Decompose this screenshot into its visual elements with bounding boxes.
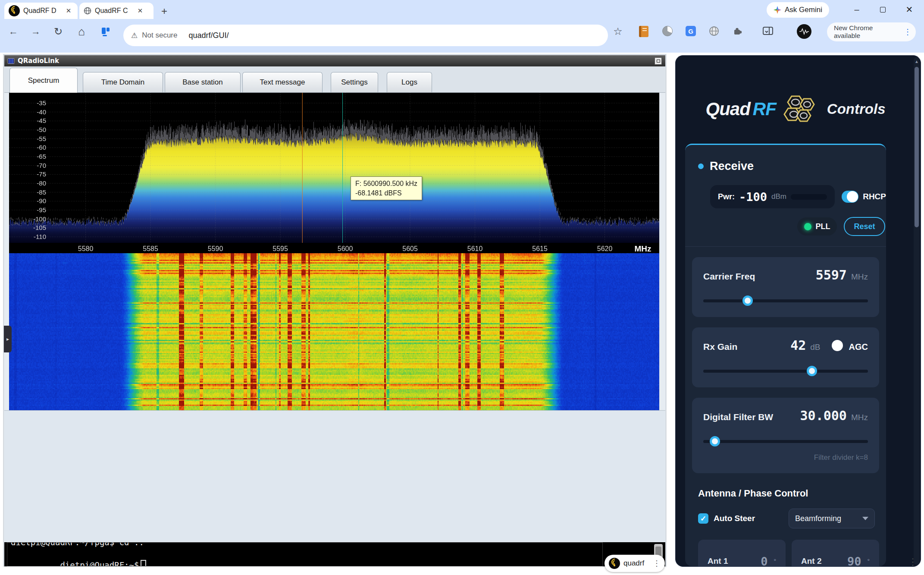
pll-lock-led bbox=[804, 223, 811, 230]
browser-chrome: QuadRF D ✕ QuadRF C ✕ + Ask Gemini – ✕ ←… bbox=[0, 0, 924, 53]
qradiolink-titlebar[interactable]: QRadioLink bbox=[4, 55, 665, 66]
url-text[interactable]: quadrf/GUI/ bbox=[188, 31, 229, 40]
bookmark-star-icon[interactable]: ☆ bbox=[611, 24, 625, 39]
tab-time-domain[interactable]: Time Domain bbox=[83, 72, 163, 92]
reading-list-icon[interactable] bbox=[98, 24, 113, 39]
auto-steer-checkbox[interactable]: ✓ bbox=[698, 513, 708, 524]
slider-thumb[interactable] bbox=[710, 436, 720, 446]
window-minimize-button[interactable]: – bbox=[846, 0, 868, 19]
extension-book-icon[interactable] bbox=[639, 26, 650, 37]
address-bar[interactable]: ⚠ Not secure quadrf/GUI/ bbox=[123, 25, 608, 46]
extension-globe-icon[interactable] bbox=[709, 26, 720, 37]
brand-rf: RF bbox=[753, 99, 776, 119]
new-tab-button[interactable]: + bbox=[161, 5, 167, 17]
browser-tab-1[interactable]: QuadRF D ✕ bbox=[4, 3, 78, 19]
ant1-label: Ant 1 bbox=[708, 556, 728, 566]
spectrum-display[interactable] bbox=[9, 93, 659, 253]
pwr-label: Pwr: bbox=[718, 192, 735, 201]
screen: QuadRF D ✕ QuadRF C ✕ + Ask Gemini – ✕ ←… bbox=[0, 0, 924, 575]
window-maximize-button[interactable] bbox=[872, 0, 893, 19]
waterfall-display[interactable] bbox=[9, 253, 659, 410]
window-close-button[interactable]: ✕ bbox=[899, 0, 920, 19]
extension-translate-icon[interactable]: G bbox=[686, 26, 697, 37]
tab-title: QuadRF C bbox=[95, 7, 133, 15]
quadrf-download-chip[interactable]: quadrf ⋮ bbox=[605, 555, 665, 572]
profile-avatar[interactable] bbox=[797, 24, 808, 35]
lower-controls-panel: Sample r 500 FFT size 163 Peak h FFT Ave… bbox=[4, 410, 665, 542]
terminal[interactable]: dietpi@QuadRF:~/fpga$ cd .. dietpi@QuadR… bbox=[7, 542, 603, 566]
quadrf-favicon bbox=[9, 5, 20, 16]
gemini-star-icon bbox=[774, 6, 781, 14]
receive-bullet-icon bbox=[698, 163, 704, 169]
receive-heading: Receive bbox=[698, 160, 886, 173]
qradiolink-tabrow: Spectrum Time Domain Base station Text m… bbox=[4, 66, 665, 93]
rx-gain-unit: dB bbox=[810, 342, 820, 352]
tooltip-level: -68.1481 dBFS bbox=[355, 189, 417, 198]
browser-tab-2-active[interactable]: QuadRF C ✕ bbox=[79, 3, 153, 19]
filter-bw-card: Digital Filter BW 30.000 MHz Filter divi… bbox=[692, 398, 879, 473]
pll-status: PLL bbox=[797, 217, 837, 236]
ask-gemini-button[interactable]: Ask Gemini bbox=[767, 2, 829, 18]
chip-menu-icon[interactable]: ⋮ bbox=[653, 559, 661, 568]
power-readout: Pwr: -100 dBm bbox=[710, 185, 835, 208]
splitter-handle[interactable]: ▸ bbox=[4, 326, 12, 352]
ant1-value: 0 bbox=[761, 555, 767, 567]
tab-close-icon[interactable]: ✕ bbox=[65, 7, 72, 15]
ant1-degree-unit: ° bbox=[774, 558, 776, 565]
back-button[interactable]: ← bbox=[6, 24, 21, 39]
filter-bw-label: Digital Filter BW bbox=[703, 412, 800, 422]
tab-spectrum[interactable]: Spectrum bbox=[9, 68, 78, 93]
agc-toggle[interactable] bbox=[832, 340, 843, 351]
rx-gain-label: Rx Gain bbox=[703, 342, 790, 352]
reload-button[interactable]: ↻ bbox=[51, 24, 66, 39]
ant2-card[interactable]: Ant 2 90 ° bbox=[792, 540, 879, 566]
gemini-label: Ask Gemini bbox=[785, 6, 822, 14]
rhcp-toggle[interactable] bbox=[842, 191, 858, 203]
carrier-freq-slider[interactable] bbox=[703, 295, 868, 306]
rx-gain-card: Rx Gain 42 dB AGC bbox=[692, 327, 879, 387]
ant1-card[interactable]: Ant 1 0 ° bbox=[698, 540, 786, 566]
new-chrome-label: New Chrome available bbox=[834, 24, 900, 40]
globe-favicon bbox=[84, 7, 91, 15]
beamforming-dropdown[interactable]: Beamforming bbox=[789, 509, 875, 528]
home-button[interactable]: ⌂ bbox=[74, 24, 89, 39]
slider-thumb[interactable] bbox=[742, 295, 753, 306]
pwr-value: -100 bbox=[739, 190, 767, 204]
rx-gain-slider[interactable] bbox=[703, 366, 868, 376]
ant2-label: Ant 2 bbox=[801, 556, 822, 566]
page-kebab-menu[interactable]: ⋮ bbox=[908, 556, 918, 568]
side-panel-icon[interactable] bbox=[762, 26, 774, 37]
rx-gain-value: 42 bbox=[790, 338, 806, 353]
receive-card: Receive Pwr: -100 dBm RHCP PLL Reset bbox=[685, 144, 886, 566]
kebab-menu-icon[interactable]: ⋮ bbox=[904, 27, 911, 37]
extensions-puzzle-icon[interactable] bbox=[732, 26, 743, 37]
auto-steer-label: Auto Steer bbox=[714, 514, 755, 523]
agc-label: AGC bbox=[849, 342, 868, 352]
scroll-up-icon[interactable]: ▲ bbox=[914, 59, 920, 64]
slider-thumb[interactable] bbox=[807, 366, 817, 376]
tab-title: QuadRF D bbox=[23, 7, 61, 15]
carrier-freq-label: Carrier Freq bbox=[703, 271, 816, 282]
terminal-cursor bbox=[141, 560, 146, 566]
scrollbar-thumb[interactable] bbox=[915, 67, 919, 227]
tab-close-icon[interactable]: ✕ bbox=[136, 7, 144, 15]
reset-button[interactable]: Reset bbox=[844, 217, 885, 236]
extension-pie-icon[interactable] bbox=[662, 26, 673, 37]
chevron-down-icon bbox=[862, 517, 868, 520]
window-restore-icon[interactable] bbox=[655, 57, 662, 65]
tab-text-message[interactable]: Text message bbox=[242, 72, 323, 92]
not-secure-warning-icon: ⚠ bbox=[131, 31, 138, 40]
pll-label: PLL bbox=[816, 222, 830, 231]
carrier-freq-card: Carrier Freq 5597 MHz bbox=[692, 257, 879, 317]
not-secure-label[interactable]: Not secure bbox=[142, 31, 177, 40]
forward-button[interactable]: → bbox=[28, 24, 43, 39]
tab-settings[interactable]: Settings bbox=[331, 72, 378, 92]
panel-scrollbar[interactable]: ▲ bbox=[914, 57, 920, 565]
tab-base-station[interactable]: Base station bbox=[165, 72, 241, 92]
pwr-meter-bar bbox=[791, 194, 827, 200]
chip-label: quadrf bbox=[623, 559, 644, 568]
new-chrome-available-button[interactable]: New Chrome available ⋮ bbox=[827, 22, 916, 41]
tab-logs[interactable]: Logs bbox=[387, 72, 432, 92]
filter-bw-slider[interactable] bbox=[703, 436, 868, 446]
quadrf-controls-panel: QuadRF Controls Receive bbox=[675, 55, 921, 567]
